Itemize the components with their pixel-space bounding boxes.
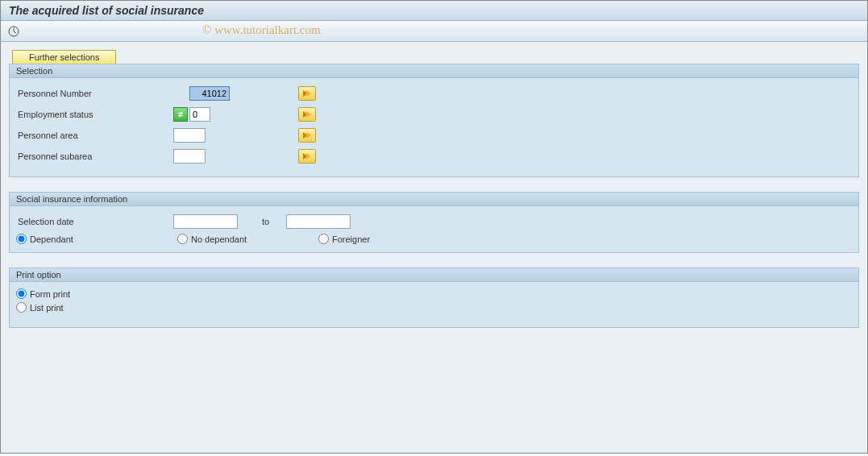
employment-status-exclude-icon[interactable]: ≠ (173, 107, 188, 122)
radio-no-dependant-input[interactable] (177, 234, 188, 244)
selection-date-label: Selection date (16, 217, 173, 226)
selection-group: Selection Personnel Number Employment st… (9, 64, 859, 177)
personnel-subarea-multi-select-button[interactable] (298, 149, 316, 164)
personnel-subarea-row: Personnel subarea (16, 147, 852, 165)
personnel-number-multi-select-button[interactable] (298, 86, 316, 101)
to-label: to (262, 217, 286, 226)
personnel-number-row: Personnel Number (16, 85, 852, 102)
selection-date-from-input[interactable] (173, 214, 238, 229)
personnel-number-label: Personnel Number (16, 89, 173, 98)
employment-status-row: Employment status ≠ (16, 106, 852, 123)
personnel-subarea-label: Personnel subarea (16, 151, 173, 161)
social-insurance-group: Social insurance information Selection d… (9, 192, 859, 253)
page-title: The acquired list of social insurance (9, 4, 204, 17)
watermark: © www.tutorialkart.com (202, 23, 321, 37)
print-option-group: Print option Form print List print (9, 267, 859, 328)
toolbar: © www.tutorialkart.com (1, 21, 867, 42)
personnel-area-input[interactable] (173, 128, 206, 143)
radio-form-print[interactable]: Form print (16, 288, 70, 299)
personnel-area-label: Personnel area (16, 131, 173, 140)
content-area: Further selections Selection Personnel N… (1, 42, 867, 453)
personnel-area-multi-select-button[interactable] (298, 128, 316, 143)
social-insurance-group-title: Social insurance information (10, 193, 858, 206)
radio-foreigner[interactable]: Foreigner (318, 234, 370, 244)
selection-date-row: Selection date to (16, 213, 852, 230)
employment-status-input[interactable] (189, 107, 210, 122)
selection-date-to-input[interactable] (286, 214, 351, 229)
radio-dependant[interactable]: Dependant (16, 234, 177, 244)
radio-no-dependant[interactable]: No dependant (177, 234, 318, 244)
title-bar: The acquired list of social insurance (1, 1, 867, 21)
radio-list-print-input[interactable] (16, 302, 27, 313)
dependant-radio-row: Dependant No dependant Foreigner (16, 234, 852, 244)
svg-line-2 (14, 31, 16, 33)
radio-foreigner-input[interactable] (318, 234, 329, 244)
employment-status-label: Employment status (16, 110, 173, 119)
personnel-number-input[interactable] (189, 86, 230, 101)
radio-form-print-input[interactable] (16, 288, 27, 299)
execute-icon[interactable] (7, 25, 20, 38)
further-selections-button[interactable]: Further selections (12, 50, 116, 64)
print-option-group-title: Print option (10, 268, 858, 282)
radio-list-print[interactable]: List print (16, 302, 64, 313)
personnel-subarea-input[interactable] (173, 149, 206, 164)
employment-status-multi-select-button[interactable] (298, 107, 316, 122)
personnel-area-row: Personnel area (16, 126, 852, 144)
radio-dependant-input[interactable] (16, 234, 27, 244)
selection-group-title: Selection (10, 64, 858, 78)
